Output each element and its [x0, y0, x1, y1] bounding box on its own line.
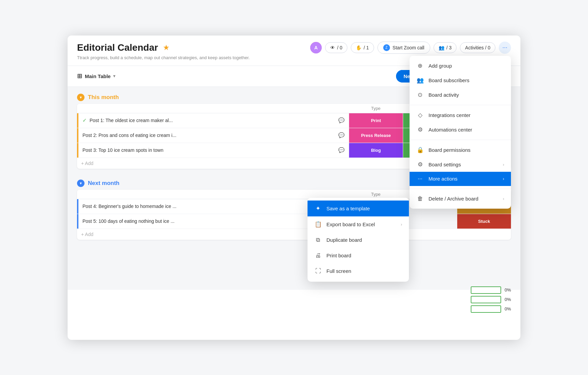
menu-item-board-permissions[interactable]: 🔒 Board permissions	[410, 143, 511, 157]
col-header-name	[81, 192, 349, 197]
chevron-right-icon: ›	[401, 222, 402, 227]
progress-row-needs-review: 0%	[471, 286, 511, 294]
progress-area: 0% 0% 0%	[471, 286, 511, 313]
comment-icon: 💬	[338, 117, 345, 123]
col-header-type: Type	[349, 192, 403, 197]
integrations-icon: ◇	[416, 112, 424, 119]
menu-section-4: 🗑 Delete / Archive board ›	[410, 189, 511, 209]
progress-pct: 0%	[505, 306, 511, 311]
header-actions: A 👁 / 0 ✋ / 1 Z Start Zoom call 👥 /	[310, 42, 511, 54]
progress-row-empty: 0%	[471, 305, 511, 313]
menu-item-add-group[interactable]: ⊕ Add group	[410, 58, 511, 73]
progress-bar	[471, 305, 501, 313]
hand-counter-btn[interactable]: ✋ / 1	[351, 42, 374, 53]
sub-item-export-excel[interactable]: 📋 Export board to Excel ›	[308, 216, 409, 232]
menu-item-integrations[interactable]: ◇ Integrations center	[410, 108, 511, 122]
menu-item-board-activity[interactable]: ⊙ Board activity	[410, 88, 511, 102]
star-icon[interactable]: ★	[163, 43, 170, 52]
row-label[interactable]: Post 3: Top 10 ice cream spots in town 💬	[77, 143, 349, 158]
chevron-right-icon: ›	[503, 176, 504, 181]
menu-item-automations[interactable]: ⚙ Automations center	[410, 122, 511, 137]
progress-pct: 0%	[505, 297, 511, 302]
export-excel-icon: 📋	[314, 221, 322, 228]
progress-pct: 0%	[505, 287, 511, 292]
menu-item-delete-archive[interactable]: 🗑 Delete / Archive board ›	[410, 192, 511, 206]
table-icon: ⊞	[77, 72, 82, 80]
menu-section-3: 🔒 Board permissions ⚙ Board settings › ·…	[410, 140, 511, 189]
chevron-down-icon: ▾	[113, 74, 115, 78]
menu-item-more-actions[interactable]: ··· More actions ›	[410, 172, 511, 186]
group-toggle-next-month[interactable]: ▾	[77, 180, 84, 187]
menu-item-board-settings[interactable]: ⚙ Board settings ›	[410, 157, 511, 172]
progress-bar	[471, 296, 501, 303]
avatar[interactable]: A	[310, 42, 322, 53]
add-group-icon: ⊕	[416, 62, 424, 69]
menu-item-board-subscribers[interactable]: 👥 Board subscribers	[410, 73, 511, 88]
group-title-this-month: This month	[88, 94, 119, 101]
chevron-right-icon: ›	[503, 196, 504, 201]
comment-icon: 💬	[338, 147, 345, 153]
group-toggle-this-month[interactable]: ▾	[77, 94, 84, 101]
eye-counter-btn[interactable]: 👁 / 0	[325, 42, 347, 53]
content-cell	[403, 214, 457, 229]
col-header-type: Type	[349, 106, 403, 111]
type-cell: Blog	[349, 143, 403, 158]
done-check-icon: ✓	[82, 117, 87, 123]
menu-section-1: ⊕ Add group 👥 Board subscribers ⊙ Board …	[410, 56, 511, 105]
row-label[interactable]: Post 2: Pros and cons of eating ice crea…	[77, 128, 349, 143]
group-title-next-month: Next month	[88, 180, 120, 187]
more-options-btn[interactable]: ···	[499, 42, 511, 54]
zoom-icon: Z	[383, 44, 390, 51]
more-actions-icon: ···	[416, 175, 424, 182]
board-settings-icon: ⚙	[416, 161, 424, 168]
full-screen-icon: ⛶	[314, 268, 322, 275]
hand-icon: ✋	[356, 45, 362, 50]
print-board-icon: 🖨	[314, 252, 322, 259]
menu-section-2: ◇ Integrations center ⚙ Automations cent…	[410, 105, 511, 140]
sub-item-duplicate-board[interactable]: ⧉ Duplicate board	[308, 232, 409, 248]
sub-item-print-board[interactable]: 🖨 Print board	[308, 248, 409, 263]
people-counter-btn[interactable]: 👥 / 3	[434, 42, 457, 53]
sub-dropdown-menu: ✦ Save as a template 📋 Export board to E…	[308, 198, 409, 282]
main-dropdown-menu: ⊕ Add group 👥 Board subscribers ⊙ Board …	[410, 56, 511, 209]
type-cell: Press Release	[349, 128, 403, 143]
type-cell: Print	[349, 113, 403, 128]
board-title: Editorial Calendar	[77, 42, 158, 53]
zoom-call-btn[interactable]: Z Start Zoom call	[377, 42, 430, 54]
progress-row-stuck: 0%	[471, 296, 511, 303]
board-permissions-icon: 🔒	[416, 146, 424, 154]
board-subscribers-icon: 👥	[416, 77, 424, 84]
eye-icon: 👁	[330, 45, 335, 50]
duplicate-board-icon: ⧉	[314, 237, 322, 243]
progress-bar	[471, 286, 501, 294]
table-name: Main Table	[85, 73, 111, 79]
svg-text:A: A	[314, 45, 318, 50]
save-template-icon: ✦	[314, 205, 322, 212]
chevron-right-icon: ›	[503, 162, 504, 167]
sub-item-save-template[interactable]: ✦ Save as a template	[308, 201, 409, 216]
app-container: Editorial Calendar ★ A 👁 / 0 ✋ / 1	[68, 36, 520, 340]
comment-icon: 💬	[338, 132, 345, 138]
row-label[interactable]: ✓ Post 1: The oldest ice cream maker al.…	[77, 113, 349, 128]
people-icon: 👥	[439, 45, 444, 50]
table-row: Post 5: 100 days of eating nothing but i…	[77, 214, 511, 229]
col-header-name	[81, 106, 349, 111]
table-selector[interactable]: ⊞ Main Table ▾	[77, 72, 115, 80]
add-row-btn[interactable]: + Add	[77, 229, 511, 240]
sub-item-full-screen[interactable]: ⛶ Full screen	[308, 263, 409, 279]
automations-icon: ⚙	[416, 126, 424, 133]
activities-btn[interactable]: Activities / 0	[460, 42, 495, 53]
delete-archive-icon: 🗑	[416, 195, 424, 202]
board-activity-icon: ⊙	[416, 91, 424, 98]
design-cell: Stuck	[457, 214, 511, 229]
